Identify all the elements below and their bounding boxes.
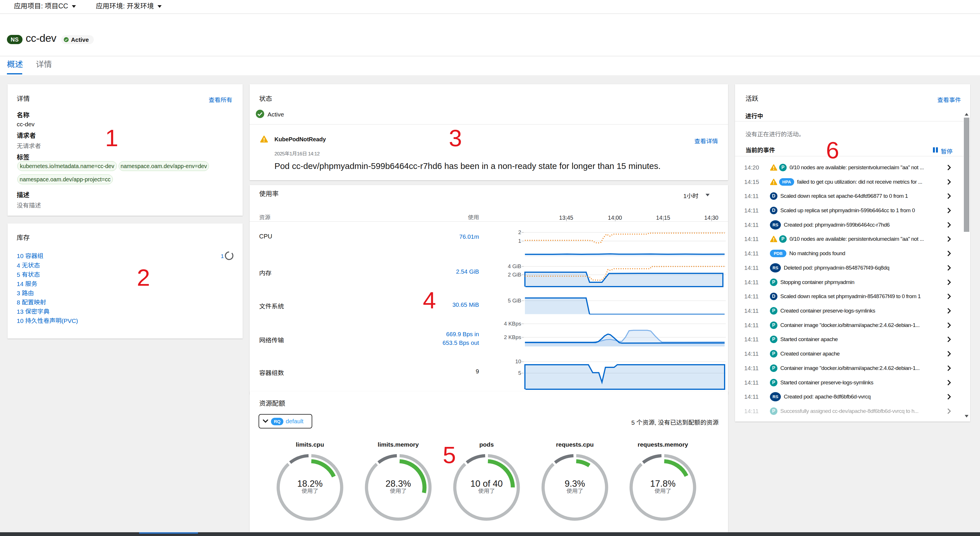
svg-text:9.3%: 9.3% xyxy=(565,479,585,489)
svg-text:10 of 40: 10 of 40 xyxy=(470,479,503,489)
svg-text:使用了: 使用了 xyxy=(302,488,318,494)
svg-text:28.3%: 28.3% xyxy=(385,479,411,489)
svg-text:18.2%: 18.2% xyxy=(297,479,323,489)
svg-text:使用了: 使用了 xyxy=(390,488,407,494)
svg-text:17.8%: 17.8% xyxy=(650,479,676,489)
svg-text:使用了: 使用了 xyxy=(654,488,671,494)
svg-text:使用了: 使用了 xyxy=(566,488,584,494)
svg-text:使用了: 使用了 xyxy=(478,488,495,494)
